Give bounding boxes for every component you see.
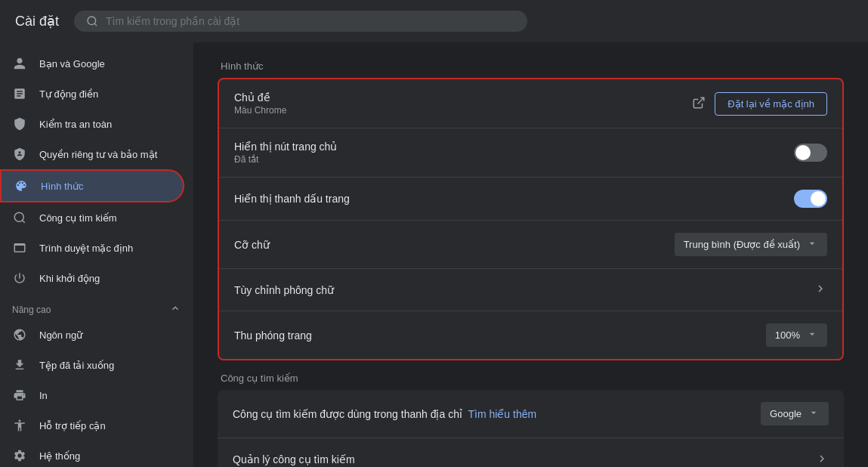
chu-de-control: Đặt lại về mặc định — [692, 92, 827, 116]
sidebar-item-tu-dong-dien-label: Tự động điền — [39, 88, 172, 100]
cong-cu-tim-kiem-thanh-dia-chi-row: Công cụ tìm kiếm được dùng trong thanh đ… — [218, 390, 844, 438]
dropdown-arrow-icon-2 — [806, 328, 818, 342]
sidebar-item-khi-khoi-dong[interactable]: Khi khởi động — [0, 263, 184, 293]
advanced-section-label: Nâng cao — [12, 305, 51, 315]
quan-ly-cong-cu-tim-kiem-control — [815, 452, 829, 468]
cong-cu-tim-kiem-dropdown[interactable]: Google — [761, 402, 829, 425]
hien-thi-nut-trang-chu-toggle[interactable] — [794, 144, 827, 162]
sidebar-item-cong-cu-tim-kiem[interactable]: Công cụ tìm kiếm — [0, 203, 184, 233]
co-chu-control: Trung bình (Được đề xuất) — [675, 233, 827, 256]
section1-title: Hình thức — [218, 60, 844, 72]
quan-ly-cong-cu-tim-kiem-info: Quản lý công cụ tìm kiếm — [233, 453, 815, 465]
hien-thi-nut-trang-chu-row: Hiển thị nút trang chủ Đã tắt — [219, 128, 842, 178]
sidebar-item-hinh-thuc[interactable]: Hình thức — [0, 169, 184, 203]
svg-line-3 — [22, 220, 24, 222]
cong-cu-tim-kiem-card: Công cụ tìm kiếm được dùng trong thanh đ… — [218, 390, 844, 467]
dropdown-arrow-icon — [806, 237, 818, 252]
sidebar-item-trinh-duyet-mac-dinh-label: Trình duyệt mặc định — [39, 243, 172, 254]
settings-icon — [12, 448, 27, 463]
sidebar-item-he-thong[interactable]: Hệ thống — [0, 441, 184, 467]
main-layout: Bạn và Google Tự động điền Kiểm tra an t… — [0, 42, 868, 467]
sidebar-item-ho-tro-tiep-can[interactable]: Hỗ trợ tiếp cận — [0, 410, 184, 441]
hien-thi-nut-trang-chu-value: Đã tắt — [234, 154, 794, 165]
co-chu-row: Cỡ chữ Trung bình (Được đề xuất) — [219, 221, 842, 269]
chu-de-row: Chủ đề Màu Chrome Đặt lại về mặc định — [219, 79, 842, 128]
sidebar-item-in[interactable]: In — [0, 380, 184, 410]
dropdown-arrow-icon-3 — [808, 407, 820, 421]
thu-phong-trang-label: Thu phóng trang — [234, 329, 766, 342]
co-chu-value: Trung bình (Được đề xuất) — [684, 239, 800, 250]
reset-default-button[interactable]: Đặt lại về mặc định — [715, 92, 827, 116]
search-icon — [86, 15, 98, 27]
sidebar-item-ban-va-google-label: Bạn và Google — [39, 58, 172, 70]
hien-thi-thanh-dau-trang-toggle[interactable] — [794, 190, 827, 208]
chevron-right-icon-2 — [815, 452, 829, 468]
search-input[interactable] — [106, 15, 515, 27]
chevron-right-icon — [814, 282, 827, 298]
thu-phong-trang-control: 100% — [766, 323, 827, 347]
sidebar-item-quyen-rieng-tu-label: Quyền riêng tư và bảo mật — [39, 149, 172, 160]
tuy-chinh-phong-chu-row[interactable]: Tùy chỉnh phông chữ — [219, 269, 842, 311]
quan-ly-cong-cu-tim-kiem-row[interactable]: Quản lý công cụ tìm kiếm — [218, 438, 844, 467]
cong-cu-tim-kiem-value: Google — [770, 408, 802, 419]
chu-de-info: Chủ đề Màu Chrome — [234, 91, 692, 116]
hien-thi-nut-trang-chu-control — [794, 144, 827, 162]
chu-de-label: Chủ đề — [234, 91, 692, 104]
article-icon — [12, 86, 27, 101]
sidebar-item-tep-da-tai-xuong[interactable]: Tệp đã tải xuống — [0, 350, 184, 380]
hien-thi-thanh-dau-trang-info: Hiển thị thanh dấu trang — [234, 193, 794, 205]
toggle-thumb — [795, 145, 811, 160]
download-icon — [12, 357, 27, 373]
shield-lock-icon — [12, 147, 27, 162]
toggle-thumb-2 — [811, 191, 826, 206]
sidebar-item-kiem-tra-an-toan[interactable]: Kiểm tra an toàn — [0, 109, 184, 139]
print-icon — [12, 388, 27, 403]
sidebar-item-quyen-rieng-tu[interactable]: Quyền riêng tư và bảo mật — [0, 139, 184, 169]
person-icon — [12, 56, 27, 71]
sidebar-item-ban-va-google[interactable]: Bạn và Google — [0, 48, 184, 79]
globe-icon — [12, 327, 27, 342]
sidebar-item-tu-dong-dien[interactable]: Tự động điền — [0, 79, 184, 109]
tuy-chinh-phong-chu-label: Tùy chỉnh phông chữ — [234, 284, 814, 296]
svg-line-1 — [94, 23, 97, 26]
shield-icon — [12, 116, 27, 131]
accessibility-icon — [12, 418, 27, 433]
header: Cài đặt — [0, 0, 868, 42]
thu-phong-trang-dropdown[interactable]: 100% — [766, 323, 827, 347]
browser-icon — [12, 240, 27, 255]
cong-cu-tim-kiem-thanh-dia-chi-info: Công cụ tìm kiếm được dùng trong thanh đ… — [233, 408, 761, 420]
hinh-thuc-card: Chủ đề Màu Chrome Đặt lại về mặc định Hi… — [218, 78, 844, 360]
power-icon — [12, 271, 27, 286]
sidebar-item-in-label: In — [39, 390, 172, 401]
tim-hieu-them-link[interactable]: Tìm hiểu thêm — [468, 408, 536, 420]
external-link-icon[interactable] — [692, 96, 706, 112]
sidebar-item-kiem-tra-an-toan-label: Kiểm tra an toàn — [39, 119, 172, 130]
co-chu-label: Cỡ chữ — [234, 239, 675, 251]
cong-cu-tim-kiem-thanh-dia-chi-label: Công cụ tìm kiếm được dùng trong thanh đ… — [233, 408, 761, 420]
tuy-chinh-phong-chu-control — [814, 282, 827, 298]
co-chu-dropdown[interactable]: Trung bình (Được đề xuất) — [675, 233, 827, 256]
palette-icon — [14, 178, 29, 193]
cong-cu-tim-kiem-control: Google — [761, 402, 829, 425]
sidebar: Bạn và Google Tự động điền Kiểm tra an t… — [0, 42, 193, 467]
chu-de-value: Màu Chrome — [234, 105, 692, 116]
advanced-section: Nâng cao — [0, 293, 193, 320]
thu-phong-trang-value: 100% — [775, 329, 800, 341]
sidebar-item-hinh-thuc-label: Hình thức — [41, 181, 171, 192]
search-bar[interactable] — [74, 11, 527, 32]
hien-thi-nut-trang-chu-label: Hiển thị nút trang chủ — [234, 141, 794, 153]
tuy-chinh-phong-chu-info: Tùy chỉnh phông chữ — [234, 284, 814, 296]
sidebar-item-tep-da-tai-xuong-label: Tệp đã tải xuống — [39, 360, 172, 371]
sidebar-item-ngon-ngu-label: Ngôn ngữ — [39, 329, 172, 341]
sidebar-item-cong-cu-tim-kiem-label: Công cụ tìm kiếm — [39, 212, 172, 224]
sidebar-item-trinh-duyet-mac-dinh[interactable]: Trình duyệt mặc định — [0, 233, 184, 263]
search-icon-sidebar — [12, 210, 27, 225]
svg-point-0 — [88, 17, 96, 25]
advanced-chevron-icon[interactable] — [169, 302, 181, 317]
sidebar-item-khi-khoi-dong-label: Khi khởi động — [39, 273, 172, 284]
thu-phong-trang-row: Thu phóng trang 100% — [219, 311, 842, 359]
hien-thi-thanh-dau-trang-control — [794, 190, 827, 208]
sidebar-item-ngon-ngu[interactable]: Ngôn ngữ — [0, 320, 184, 350]
quan-ly-cong-cu-tim-kiem-label: Quản lý công cụ tìm kiếm — [233, 453, 815, 465]
page-title: Cài đặt — [15, 13, 59, 29]
